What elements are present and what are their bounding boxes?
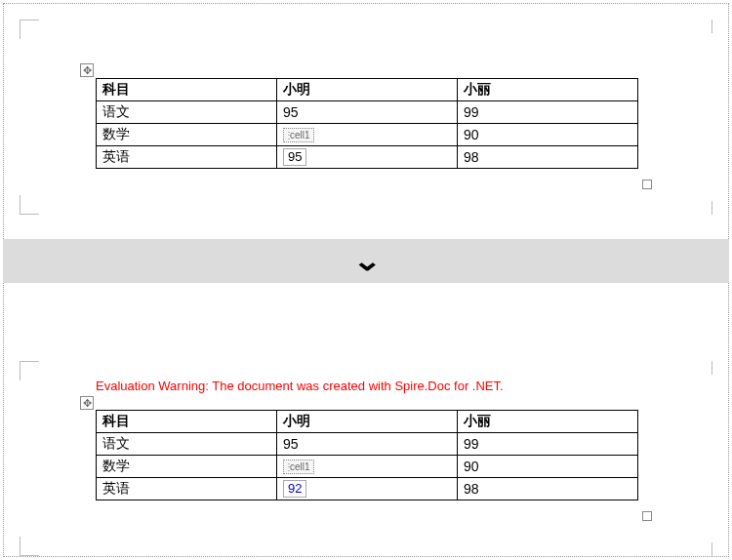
table-row: 语文 95 99	[97, 101, 638, 124]
cell-value[interactable]: 90	[458, 456, 638, 478]
cell-subject[interactable]: 语文	[97, 101, 277, 124]
document-panel-before: ✥ 科目 小明 小丽 语文 95 99 数学 ⋮cell1 90 英语	[20, 20, 712, 215]
cell-content-control[interactable]: ⋮cell1	[277, 456, 458, 478]
content-control-tag[interactable]: ⋮cell1	[283, 128, 314, 142]
evaluation-warning-text: Evaluation Warning: The document was cre…	[96, 379, 504, 393]
cell-value[interactable]: 99	[458, 101, 638, 124]
cell-content-control[interactable]: ⋮cell1	[277, 124, 458, 146]
grades-table-after: 科目 小明 小丽 语文 95 99 数学 ⋮cell1 90 英语 92	[96, 410, 638, 500]
table-row: 语文 95 99	[97, 433, 638, 456]
crop-mark	[20, 20, 39, 39]
table-move-handle-icon[interactable]: ✥	[80, 63, 94, 77]
header-subject: 科目	[97, 79, 277, 101]
cell-subject[interactable]: 英语	[97, 146, 277, 169]
table-resize-handle[interactable]	[642, 511, 652, 521]
cell-value[interactable]: 98	[458, 478, 638, 500]
cell-value[interactable]: 90	[458, 124, 638, 146]
cell-form-field[interactable]: 95	[277, 146, 458, 169]
header-student1: 小明	[277, 411, 458, 433]
crop-mark	[20, 361, 39, 380]
cell-subject[interactable]: 语文	[97, 433, 277, 456]
document-panel-after: Evaluation Warning: The document was cre…	[20, 361, 712, 556]
table-resize-handle[interactable]	[642, 180, 652, 189]
header-subject: 科目	[97, 411, 277, 433]
form-field-value[interactable]: 92	[283, 480, 306, 498]
header-student1: 小明	[277, 79, 458, 101]
cell-subject[interactable]: 英语	[97, 478, 277, 500]
crop-mark	[693, 542, 712, 556]
content-control-tag[interactable]: ⋮cell1	[283, 460, 314, 474]
table-header-row: 科目 小明 小丽	[97, 79, 638, 101]
table-row: 数学 ⋮cell1 90	[97, 124, 638, 146]
form-field-value[interactable]: 95	[283, 148, 306, 166]
cell-subject[interactable]: 数学	[97, 456, 277, 478]
table-row: 数学 ⋮cell1 90	[97, 456, 638, 478]
divider-band: ⌄	[3, 239, 729, 283]
chevron-down-icon: ⌄	[351, 245, 381, 277]
crop-mark	[693, 201, 712, 215]
cell-subject[interactable]: 数学	[97, 124, 277, 146]
cell-value[interactable]: 98	[458, 146, 638, 169]
crop-mark	[20, 537, 39, 556]
table-row: 英语 92 98	[97, 478, 638, 500]
table-row: 英语 95 98	[97, 146, 638, 169]
content-control-label: cell1	[290, 130, 310, 140]
crop-mark	[693, 20, 712, 33]
cell-value[interactable]: 99	[458, 433, 638, 456]
cell-form-field[interactable]: 92	[277, 478, 458, 500]
header-student2: 小丽	[458, 411, 638, 433]
content-control-label: cell1	[290, 461, 310, 472]
header-student2: 小丽	[458, 79, 638, 101]
table-move-handle-icon[interactable]: ✥	[80, 396, 94, 410]
table-header-row: 科目 小明 小丽	[97, 411, 638, 433]
cell-value[interactable]: 95	[277, 433, 458, 456]
cell-value[interactable]: 95	[277, 101, 458, 124]
crop-mark	[20, 195, 39, 215]
grades-table-before: 科目 小明 小丽 语文 95 99 数学 ⋮cell1 90 英语 95	[96, 78, 638, 169]
crop-mark	[693, 361, 712, 375]
